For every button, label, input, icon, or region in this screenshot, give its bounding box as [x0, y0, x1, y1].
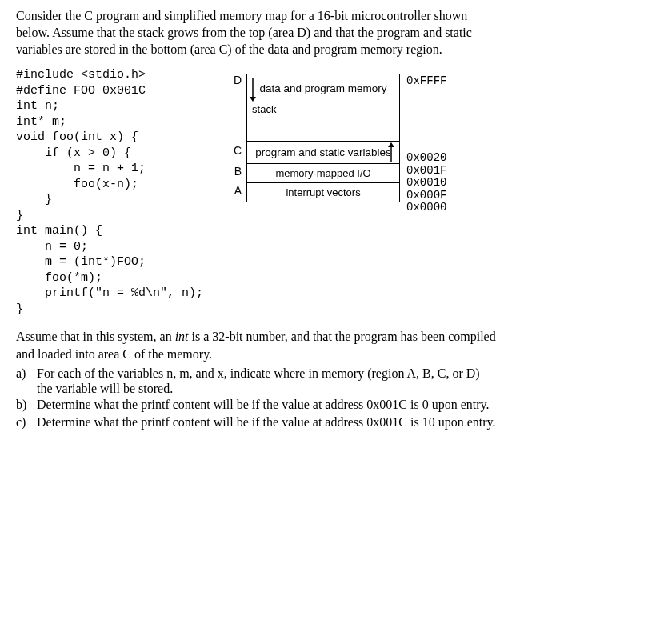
intro-line2: below. Assume that the stack grows from … — [16, 26, 472, 39]
region-c-cell: program and static variables — [247, 142, 399, 164]
addr-top: 0xFFFF — [406, 74, 446, 141]
region-b-text: memory-mapped I/O — [275, 167, 370, 179]
memory-diagram: D C B A data and program memory stack pr… — [227, 74, 446, 214]
after-line2: and loaded into area C of the memory. — [16, 347, 212, 361]
stack-down-arrow-icon — [249, 78, 257, 103]
label-a: A — [227, 182, 242, 201]
question-b-text: Determine what the printf content will b… — [37, 396, 648, 414]
code-and-diagram-row: #include <stdio.h> #define FOO 0x001C in… — [16, 67, 648, 317]
question-a-text1: For each of the variables n, m, and x, i… — [37, 365, 648, 382]
after-line1a: Assume that in this system, an — [16, 330, 175, 343]
intro-line3: variables are stored in the bottom (area… — [16, 42, 442, 56]
region-d-text: data and program memory — [260, 82, 387, 94]
question-list: a) For each of the variables n, m, and x… — [16, 365, 648, 431]
intro-line1: Consider the C program and simplified me… — [16, 9, 467, 22]
label-d: D — [227, 74, 242, 88]
question-a: a) For each of the variables n, m, and x… — [16, 365, 648, 382]
region-a-text: interrupt vectors — [286, 186, 360, 198]
region-c-text: program and static variables — [255, 146, 391, 158]
label-c: C — [227, 141, 242, 163]
question-c-text: Determine what the printf content will b… — [37, 414, 648, 431]
addr-000f: 0x000F — [406, 190, 446, 202]
question-c: c) Determine what the printf content wil… — [16, 414, 648, 431]
svg-marker-1 — [250, 97, 256, 102]
question-a-text2: the variable will be stored. — [16, 382, 648, 396]
addr-0020: 0x0020 — [406, 152, 446, 164]
intro-paragraph: Consider the C program and simplified me… — [16, 8, 648, 58]
memory-box: data and program memory stack program an… — [246, 74, 400, 202]
addr-0000: 0x0000 — [406, 202, 446, 214]
question-b-label: b) — [16, 396, 37, 414]
stack-label: stack — [252, 103, 276, 115]
region-labels-left: D C B A — [227, 74, 242, 201]
label-b: B — [227, 163, 242, 182]
addr-001f: 0x001F — [406, 165, 446, 177]
question-b: b) Determine what the printf content wil… — [16, 396, 648, 414]
after-line1b-italic: int — [175, 330, 189, 343]
assumption-paragraph: Assume that in this system, an int is a … — [16, 328, 648, 362]
address-labels-right: 0xFFFF 0x0020 0x001F 0x0010 0x000F 0x000… — [406, 74, 446, 214]
code-block: #include <stdio.h> #define FOO 0x001C in… — [16, 67, 203, 317]
addr-0010: 0x0010 — [406, 177, 446, 189]
region-a-cell: interrupt vectors — [247, 183, 399, 202]
region-d-cell: data and program memory stack — [247, 74, 399, 142]
region-b-cell: memory-mapped I/O — [247, 164, 399, 183]
after-line1c: is a 32-bit number, and that the program… — [189, 330, 496, 343]
question-a-label: a) — [16, 365, 37, 382]
program-up-arrow-icon — [387, 142, 395, 164]
question-c-label: c) — [16, 414, 37, 431]
